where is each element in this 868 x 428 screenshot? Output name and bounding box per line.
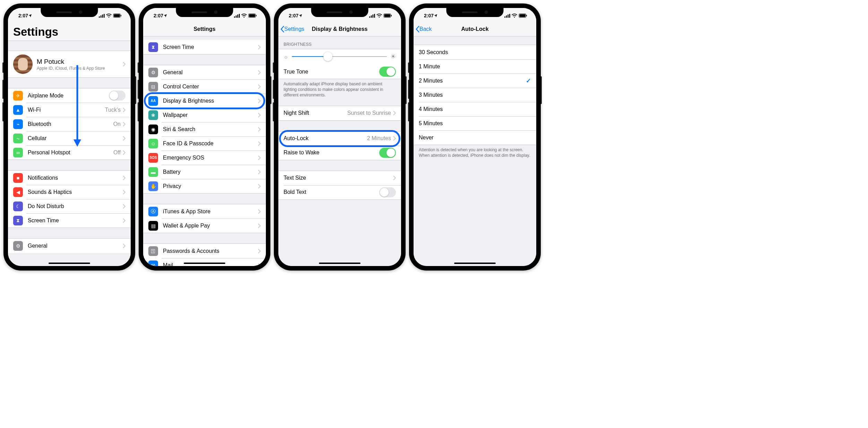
option-1-minute[interactable]: 1 Minute bbox=[414, 59, 536, 74]
row-emergency-sos[interactable]: SOSEmergency SOS bbox=[143, 151, 266, 165]
row-privacy[interactable]: ✋Privacy bbox=[143, 179, 266, 193]
row-wallet-apple-pay[interactable]: ▤Wallet & Apple Pay bbox=[143, 219, 266, 233]
chevron-right-icon bbox=[123, 218, 125, 223]
row-wallpaper[interactable]: ❀Wallpaper bbox=[143, 108, 266, 122]
back-label: Settings bbox=[284, 26, 304, 32]
row-display-brightness[interactable]: AADisplay & Brightness bbox=[143, 94, 266, 108]
toggle-raise-to-wake[interactable] bbox=[379, 148, 396, 158]
moon-icon: ☾ bbox=[13, 202, 23, 211]
option-label: 5 Minutes bbox=[419, 120, 531, 127]
row-true-tone[interactable]: True Tone bbox=[278, 65, 401, 79]
row-value: Sunset to Sunrise bbox=[347, 110, 391, 116]
row-cellular[interactable]: ⏦Cellular bbox=[8, 131, 131, 145]
option-label: 4 Minutes bbox=[419, 106, 531, 112]
row-battery[interactable]: ▬Battery bbox=[143, 165, 266, 179]
row-label: Text Size bbox=[284, 175, 393, 181]
signal-icon bbox=[99, 14, 105, 18]
row-label: Wallet & Apple Pay bbox=[163, 223, 258, 229]
chevron-right-icon bbox=[258, 155, 261, 160]
cell-icon: ⏦ bbox=[13, 134, 23, 143]
toggle-bold-text[interactable] bbox=[379, 187, 396, 197]
option-2-minutes[interactable]: 2 Minutes✓ bbox=[414, 74, 536, 88]
row-siri-search[interactable]: ◉Siri & Search bbox=[143, 122, 266, 136]
status-time: 2:07 bbox=[18, 13, 28, 18]
row-label: Wi-Fi bbox=[28, 107, 105, 113]
row-mail[interactable]: ✉Mail bbox=[143, 258, 266, 266]
row-face-id-passcode[interactable]: ☺Face ID & Passcode bbox=[143, 136, 266, 151]
option-label: 2 Minutes bbox=[419, 78, 526, 84]
link-icon: ∞ bbox=[13, 148, 23, 157]
row-label: True Tone bbox=[284, 69, 379, 75]
chevron-right-icon bbox=[123, 136, 125, 141]
row-screen-time[interactable]: ⧗Screen Time bbox=[143, 40, 266, 54]
notch bbox=[176, 8, 233, 17]
row-label: iTunes & App Store bbox=[163, 208, 258, 215]
chevron-right-icon bbox=[393, 136, 396, 141]
option-4-minutes[interactable]: 4 Minutes bbox=[414, 102, 536, 116]
row-label: Screen Time bbox=[28, 217, 123, 224]
footer-attention: Attention is detected when you are looki… bbox=[414, 145, 536, 161]
chevron-right-icon bbox=[258, 99, 261, 103]
row-value: On bbox=[113, 121, 121, 127]
profile-sub: Apple ID, iCloud, iTunes & App Store bbox=[37, 66, 123, 71]
row-label: General bbox=[163, 69, 258, 76]
signal-icon bbox=[369, 14, 375, 18]
toggle-airplane-mode[interactable] bbox=[109, 91, 125, 101]
row-bluetooth[interactable]: ⌁BluetoothOn bbox=[8, 117, 131, 131]
row-night-shift[interactable]: Night Shift Sunset to Sunrise bbox=[278, 106, 401, 120]
row-personal-hotspot[interactable]: ∞Personal HotspotOff bbox=[8, 145, 131, 160]
SOS-icon: SOS bbox=[148, 153, 158, 163]
row-bold-text[interactable]: Bold Text bbox=[278, 185, 401, 199]
row-label: Bluetooth bbox=[28, 121, 113, 127]
home-indicator[interactable] bbox=[454, 263, 496, 264]
nav-bar: Settings Display & Brightness bbox=[278, 22, 401, 36]
option-5-minutes[interactable]: 5 Minutes bbox=[414, 116, 536, 130]
brightness-slider-row: ☼ ☀ bbox=[278, 49, 401, 65]
row-airplane-mode[interactable]: ✈Airplane Mode bbox=[8, 88, 131, 103]
toggle-true-tone[interactable] bbox=[379, 67, 396, 77]
slider-knob[interactable] bbox=[323, 52, 332, 61]
avatar bbox=[13, 54, 33, 74]
home-indicator[interactable] bbox=[49, 263, 90, 264]
back-button[interactable]: Back bbox=[416, 26, 432, 33]
option-30-seconds[interactable]: 30 Seconds bbox=[414, 45, 536, 59]
row-notifications[interactable]: ■Notifications bbox=[8, 171, 131, 185]
home-indicator[interactable] bbox=[184, 263, 225, 264]
location-icon: ➤ bbox=[163, 13, 168, 18]
face-icon: ☺ bbox=[148, 139, 158, 148]
option-3-minutes[interactable]: 3 Minutes bbox=[414, 88, 536, 102]
chevron-right-icon bbox=[258, 170, 261, 174]
battery-icon bbox=[248, 14, 257, 18]
phone-1: 2:07➤ Settings M Potuck Apple ID, iCloud… bbox=[3, 3, 135, 271]
row-raise-to-wake[interactable]: Raise to Wake bbox=[278, 146, 401, 160]
nav-bar: Back Auto-Lock bbox=[414, 22, 536, 36]
home-indicator[interactable] bbox=[319, 263, 361, 264]
airplane-icon: ✈ bbox=[13, 91, 23, 101]
row-control-center[interactable]: ⊟Control Center bbox=[143, 79, 266, 94]
row-value: Tuck's bbox=[105, 107, 121, 113]
row-passwords-accounts[interactable]: ⚿Passwords & Accounts bbox=[143, 244, 266, 258]
row-sounds-haptics[interactable]: ◀Sounds & Haptics bbox=[8, 185, 131, 199]
gear-icon: ⚙ bbox=[148, 68, 158, 77]
battery-icon bbox=[113, 14, 122, 18]
back-button[interactable]: Settings bbox=[280, 26, 304, 33]
profile-name: M Potuck bbox=[37, 58, 123, 66]
row-wi-fi[interactable]: ▲Wi-FiTuck's bbox=[8, 103, 131, 117]
row-auto-lock[interactable]: Auto-Lock 2 Minutes bbox=[278, 131, 401, 146]
nav-title: Display & Brightness bbox=[312, 26, 368, 32]
row-itunes-app-store[interactable]: ⒶiTunes & App Store bbox=[143, 204, 266, 219]
row-general[interactable]: ⚙General bbox=[143, 65, 266, 79]
row-do-not-disturb[interactable]: ☾Do Not Disturb bbox=[8, 199, 131, 213]
row-label: Wallpaper bbox=[163, 112, 258, 118]
location-icon: ➤ bbox=[298, 13, 304, 18]
hand-icon: ✋ bbox=[148, 181, 158, 191]
row-screen-time[interactable]: ⧗Screen Time bbox=[8, 213, 131, 228]
row-general[interactable]: ⚙General bbox=[8, 239, 131, 253]
option-never[interactable]: Never bbox=[414, 130, 536, 145]
apple-id-row[interactable]: M Potuck Apple ID, iCloud, iTunes & App … bbox=[8, 51, 131, 77]
row-label: Cellular bbox=[28, 135, 123, 142]
A-icon: Ⓐ bbox=[148, 207, 158, 216]
row-text-size[interactable]: Text Size bbox=[278, 171, 401, 185]
row-label: Personal Hotspot bbox=[28, 149, 113, 156]
brightness-slider[interactable] bbox=[292, 56, 387, 57]
